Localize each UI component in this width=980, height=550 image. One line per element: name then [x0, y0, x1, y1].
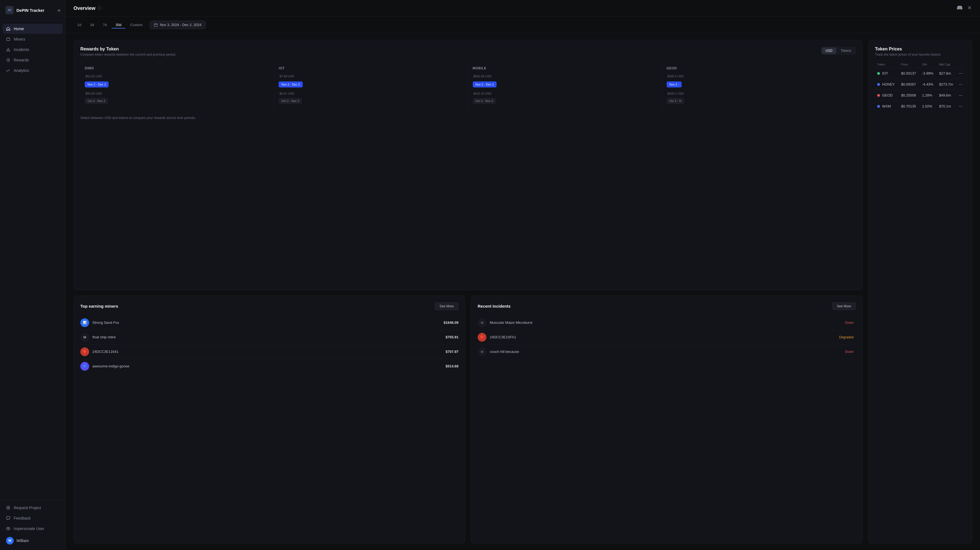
discord-icon[interactable]	[957, 5, 963, 11]
list-item[interactable]: M Muscular Maize Microburst Down	[478, 316, 856, 330]
list-item[interactable]: 🔴 24DCC3E11641 $707.97	[80, 345, 458, 359]
sidebar-bottom: Request Project Feedback Impersonate Use…	[0, 500, 65, 550]
geod-current-amount: $305.5USD	[667, 73, 851, 79]
svg-rect-4	[154, 24, 157, 27]
dimo-current-period: Nov 2 - Dec 2	[85, 81, 108, 87]
app-title: DePIN Tracker	[16, 8, 45, 13]
sidebar: DePIN Tracker ◀ Home Miners Incidents	[0, 0, 66, 550]
list-item[interactable]: 🔴 24DCC3E10FA1 Degraded	[478, 330, 856, 345]
sidebar-item-request-project[interactable]: Request Project	[3, 503, 63, 513]
dimo-prev-amount: $50.05USD	[85, 91, 270, 96]
miners-card: Top earning miners See More 📊 Strong San…	[73, 296, 465, 544]
table-row: IOT $0.00137 -3.99% $27.8m ⋯	[875, 68, 966, 79]
user-name: William	[16, 539, 29, 543]
rewards-card: Rewards by Token Compare token rewards b…	[73, 40, 863, 290]
table-row: WXM $0.70135 1.02% $70.1m ⋯	[875, 101, 966, 112]
sidebar-item-home[interactable]: Home	[3, 24, 63, 34]
geod-prev-amount: $309.2USD	[667, 91, 851, 96]
mobile-current-amount: $562.08USD	[473, 73, 657, 79]
toggle-tokens[interactable]: Tokens	[837, 48, 855, 54]
table-row: GEOD $0.25008 1.28% $49.6m ⋯	[875, 90, 966, 101]
miner-avatar: M	[80, 333, 89, 342]
col-mktcap: Mkt Cap	[937, 61, 957, 68]
close-icon[interactable]	[967, 5, 972, 11]
sidebar-logo: DePIN Tracker ◀	[0, 0, 65, 21]
incident-avatar: 🔴	[478, 333, 487, 342]
filter-1d[interactable]: 1d	[73, 21, 85, 29]
col-token: Token	[875, 61, 899, 68]
iot-prev-period: Oct 2 - Nov 2	[278, 98, 302, 104]
content-grid: Rewards by Token Compare token rewards b…	[66, 33, 980, 550]
miners-list: 📊 Strong Sand Fox $1646.09 M float ship …	[80, 316, 458, 374]
rewards-footer: Switch between USD and tokens to compare…	[80, 116, 856, 120]
miner-avatar: 🔷	[80, 362, 89, 371]
token-col-dimo: DIMO $52.91USD Nov 2 - Dec 2 $50.05USD O…	[80, 62, 274, 111]
col-more: ⋯	[957, 61, 966, 68]
sidebar-item-incidents[interactable]: Incidents	[3, 45, 63, 54]
filter-custom[interactable]: Custom	[126, 21, 146, 29]
date-range-label: Nov 3, 2024 - Dec 2, 2024	[160, 23, 202, 27]
table-row: HONEY $0.09267 -4.43% $273.7m ⋯	[875, 79, 966, 90]
user-menu[interactable]: W William	[3, 534, 63, 547]
sidebar-item-rewards[interactable]: Rewards	[3, 55, 63, 65]
incident-name: Muscular Maize Microburst	[490, 321, 840, 324]
incident-name: couch hill because	[490, 350, 840, 354]
sidebar-item-analytics[interactable]: Analytics	[3, 65, 63, 75]
status-badge: Degraded	[837, 335, 856, 340]
topbar-left: Overview ⓘ	[73, 5, 102, 11]
miner-value: $514.68	[445, 364, 458, 368]
col-price: Price	[899, 61, 920, 68]
rewards-icon	[6, 58, 10, 62]
sidebar-item-miners[interactable]: Miners	[3, 34, 63, 44]
dimo-prev-period: Oct 2 - Nov 2	[85, 98, 108, 104]
sidebar-collapse-icon[interactable]: ◀	[57, 8, 60, 12]
list-item[interactable]: M couch hill because Down	[478, 345, 856, 359]
bottom-grid: Top earning miners See More 📊 Strong San…	[73, 296, 863, 544]
svg-rect-0	[6, 38, 10, 41]
sidebar-nav: Home Miners Incidents Rewards	[0, 21, 65, 500]
miner-value: $755.91	[445, 335, 458, 339]
geod-prev-period: Oct 2 - N	[667, 98, 684, 104]
mobile-prev-amount: $415.10USD	[473, 91, 657, 96]
topbar: Overview ⓘ	[66, 0, 980, 17]
miner-name: Strong Sand Fox	[92, 321, 441, 324]
miner-name: awesome-indigo-goose	[92, 364, 442, 368]
miners-title: Top earning miners	[80, 304, 118, 308]
sidebar-item-feedback[interactable]: Feedback	[3, 513, 63, 523]
incidents-header: Recent incidents See More	[478, 302, 856, 310]
token-col-geod: GEOD $305.5USD Nov 2 - $309.2USD Oct 2 -…	[662, 62, 856, 111]
filter-30d[interactable]: 30d	[111, 21, 125, 29]
filters-bar: 1d 3d 7d 30d Custom Nov 3, 2024 - Dec 2,…	[66, 17, 980, 33]
date-range-picker[interactable]: Nov 3, 2024 - Dec 2, 2024	[150, 21, 206, 29]
svg-point-3	[8, 528, 9, 529]
incident-name: 24DCC3E10FA1	[490, 335, 834, 339]
incidents-see-more[interactable]: See More	[832, 302, 856, 310]
miner-value: $1646.09	[444, 321, 458, 324]
incidents-list: M Muscular Maize Microburst Down 🔴 24DCC…	[478, 316, 856, 359]
list-item[interactable]: 📊 Strong Sand Fox $1646.09	[80, 316, 458, 330]
mobile-current-period: Nov 2 - Dec 2	[473, 81, 496, 87]
feedback-icon	[6, 516, 10, 520]
main-content: Overview ⓘ 1d 3d 7d 30d Custom	[66, 0, 980, 550]
toggle-usd[interactable]: USD	[822, 48, 836, 54]
rewards-toggle-group: USD Tokens	[821, 47, 856, 55]
miners-see-more[interactable]: See More	[435, 302, 458, 310]
miner-value: $707.97	[445, 350, 458, 354]
rewards-title: Rewards by Token	[80, 47, 176, 52]
miner-name: float ship retire	[92, 335, 442, 339]
miners-icon	[6, 37, 10, 41]
topbar-right	[957, 5, 972, 11]
sidebar-item-impersonate[interactable]: Impersonate User	[3, 524, 63, 534]
filter-3d[interactable]: 3d	[86, 21, 98, 29]
filter-7d[interactable]: 7d	[99, 21, 110, 29]
miner-avatar: 📊	[80, 318, 89, 327]
status-badge: Down	[843, 320, 856, 325]
incident-avatar: M	[478, 318, 487, 327]
token-col-mobile: MOBILE $562.08USD Nov 2 - Dec 2 $415.10U…	[468, 62, 662, 111]
list-item[interactable]: 🔷 awesome-indigo-goose $514.68	[80, 359, 458, 374]
miner-name: 24DCC3E11641	[92, 350, 442, 354]
avatar: W	[6, 537, 14, 545]
request-project-icon	[6, 505, 10, 510]
list-item[interactable]: M float ship retire $755.91	[80, 330, 458, 345]
prices-subtitle: Track the latest prices of your favorite…	[875, 52, 966, 56]
